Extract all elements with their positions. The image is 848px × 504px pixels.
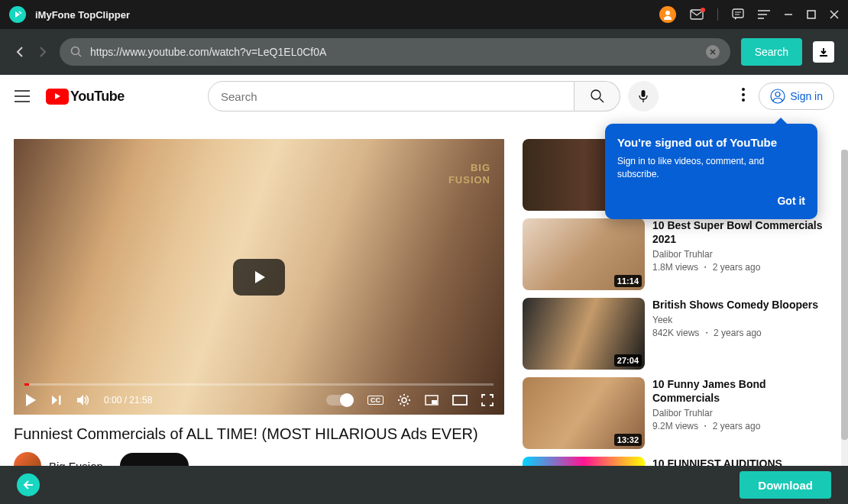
time-display: 0:00 / 21:58 xyxy=(104,395,152,405)
user-avatar[interactable] xyxy=(659,6,676,23)
app-logo xyxy=(9,6,26,23)
minimize-button[interactable] xyxy=(784,10,793,19)
svg-rect-11 xyxy=(808,11,815,18)
fullscreen-icon[interactable] xyxy=(481,394,494,406)
svg-marker-35 xyxy=(77,395,83,405)
video-player[interactable]: BIG FUSION 0:00 / 21:58 CC xyxy=(14,139,504,415)
menu-icon[interactable] xyxy=(758,10,770,19)
tooltip-got-it-button[interactable]: Got it xyxy=(617,195,805,207)
rec-info: 10 Funny James Bond CommercialsDalibor T… xyxy=(652,377,834,449)
svg-line-1 xyxy=(19,11,21,14)
svg-point-30 xyxy=(775,92,780,97)
scrollbar[interactable] xyxy=(841,150,848,466)
url-input[interactable] xyxy=(90,46,698,58)
signin-button[interactable]: Sign in xyxy=(759,82,834,110)
recommendation-item[interactable]: 11:1410 Best Super Bowl Commercials 2021… xyxy=(523,218,834,290)
url-box[interactable] xyxy=(60,38,730,66)
downloads-icon[interactable] xyxy=(813,41,834,63)
svg-rect-38 xyxy=(432,400,437,404)
svg-point-22 xyxy=(591,90,600,99)
svg-rect-24 xyxy=(642,90,646,97)
video-meta: Big Fusion xyxy=(14,452,504,466)
tooltip-subtitle: Sign in to like videos, comment, and sub… xyxy=(617,155,805,181)
rec-info: 10 Best Super Bowl Commercials 2021Dalib… xyxy=(652,218,834,290)
separator xyxy=(717,8,718,21)
rec-stats: 9.2M views ・ 2 years ago xyxy=(652,420,834,433)
download-button[interactable]: Download xyxy=(740,471,831,499)
signin-tooltip: You're signed out of YouTube Sign in to … xyxy=(605,124,817,219)
svg-rect-34 xyxy=(59,396,61,405)
titlebar: iMyFone TopClipper xyxy=(0,0,848,29)
svg-line-15 xyxy=(79,54,82,57)
rec-thumbnail[interactable] xyxy=(523,457,645,466)
video-title: Funniest Commercials of ALL TIME! (MOST … xyxy=(14,425,504,443)
nav-forward-button[interactable] xyxy=(37,46,49,58)
browser-bar: Search xyxy=(0,29,848,75)
tooltip-title: You're signed out of YouTube xyxy=(617,136,805,149)
recommendation-item[interactable]: 10 FUNNIEST AUDITIONS xyxy=(523,457,834,466)
recommendation-item[interactable]: 27:04British Shows Comedy BloopersYeek84… xyxy=(523,298,834,370)
autoplay-toggle[interactable] xyxy=(326,395,354,405)
rec-thumbnail[interactable]: 13:32 xyxy=(523,377,645,449)
feedback-icon[interactable] xyxy=(732,8,744,21)
miniplayer-icon[interactable] xyxy=(425,395,439,405)
settings-icon[interactable] xyxy=(397,393,411,407)
svg-marker-21 xyxy=(55,93,60,99)
youtube-logo[interactable]: YouTube xyxy=(46,89,125,105)
titlebar-left: iMyFone TopClipper xyxy=(9,6,130,23)
svg-point-28 xyxy=(742,99,745,102)
yt-searchbox xyxy=(208,81,620,111)
svg-marker-31 xyxy=(255,271,265,283)
yt-search-wrap xyxy=(140,81,727,111)
svg-rect-39 xyxy=(453,396,467,405)
svg-line-23 xyxy=(600,99,604,102)
svg-point-14 xyxy=(72,47,79,55)
rec-thumbnail[interactable]: 11:14 xyxy=(523,218,645,290)
rec-info: British Shows Comedy BloopersYeek842K vi… xyxy=(652,298,834,370)
channel-name[interactable]: Big Fusion xyxy=(49,460,103,467)
big-play-button[interactable] xyxy=(233,259,285,296)
yt-header: YouTube Sign in xyxy=(0,75,848,118)
svg-point-2 xyxy=(665,11,670,15)
recommendation-item[interactable]: 13:3210 Funny James Bond CommercialsDali… xyxy=(523,377,834,449)
svg-point-27 xyxy=(742,93,745,96)
video-column: BIG FUSION 0:00 / 21:58 CC xyxy=(14,139,504,466)
nav-back-button[interactable] xyxy=(14,46,26,58)
mail-icon[interactable] xyxy=(690,9,704,20)
cc-button[interactable]: CC xyxy=(367,396,384,405)
rec-channel: Dalibor Truhlar xyxy=(652,408,834,418)
bottom-bar: Download xyxy=(0,466,848,504)
theater-icon[interactable] xyxy=(452,395,468,405)
svg-marker-32 xyxy=(26,394,36,406)
hamburger-icon[interactable] xyxy=(14,89,31,103)
signin-label: Sign in xyxy=(790,90,823,102)
duration-badge: 13:32 xyxy=(614,434,642,446)
address-search-button[interactable]: Search xyxy=(741,38,802,66)
svg-marker-33 xyxy=(52,396,57,405)
close-button[interactable] xyxy=(830,10,839,19)
channel-avatar[interactable] xyxy=(14,452,41,466)
back-button[interactable] xyxy=(17,473,40,496)
next-button[interactable] xyxy=(50,394,63,406)
yt-search-button[interactable] xyxy=(575,81,620,111)
svg-point-26 xyxy=(742,88,745,91)
svg-rect-4 xyxy=(733,9,743,18)
rec-stats: 1.8M views ・ 2 years ago xyxy=(652,261,834,274)
rec-thumbnail[interactable]: 27:04 xyxy=(523,298,645,370)
rec-title: 10 FUNNIEST AUDITIONS xyxy=(652,457,834,466)
youtube-logo-text: YouTube xyxy=(70,89,125,105)
rec-title: British Shows Comedy Bloopers xyxy=(652,298,834,312)
yt-search-input[interactable] xyxy=(208,81,575,111)
rec-title: 10 Best Super Bowl Commercials 2021 xyxy=(652,218,834,246)
volume-icon[interactable] xyxy=(76,394,90,406)
video-controls: 0:00 / 21:58 CC xyxy=(14,386,504,415)
more-icon[interactable] xyxy=(742,88,745,105)
app-name: iMyFone TopClipper xyxy=(35,9,130,21)
duration-badge: 27:04 xyxy=(614,354,642,367)
yt-header-right: Sign in xyxy=(742,82,834,110)
play-button[interactable] xyxy=(24,393,37,407)
subscribe-button[interactable] xyxy=(120,453,189,466)
mic-icon[interactable] xyxy=(628,81,659,111)
url-clear-icon[interactable] xyxy=(706,45,720,59)
maximize-button[interactable] xyxy=(807,10,816,19)
